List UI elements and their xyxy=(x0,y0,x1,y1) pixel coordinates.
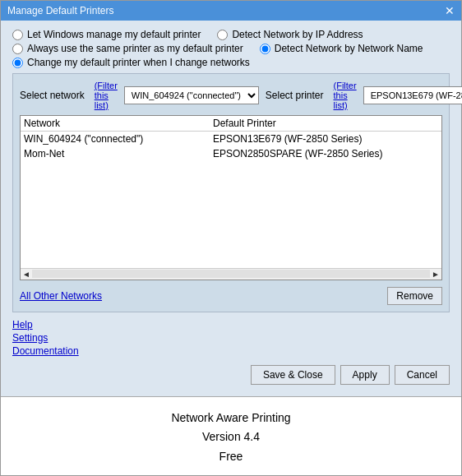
table-header: Network Default Printer xyxy=(21,116,441,132)
table-row[interactable]: WIN_604924 ("connected") EPSON13E679 (WF… xyxy=(21,132,441,146)
radio-row-3: Change my default printer when I change … xyxy=(12,57,450,68)
radio-item-1[interactable]: Let Windows manage my default printer xyxy=(12,29,201,40)
network-dropdown[interactable]: WIN_604924 ("connected") xyxy=(124,86,259,104)
title-bar: Manage Default Printers ✕ xyxy=(1,1,461,21)
radio-item-3[interactable]: Change my default printer when I change … xyxy=(12,57,250,68)
links-section: Help Settings Documentation xyxy=(12,319,450,357)
row2-printer: EPSON2850SPARE (WF-2850 Series) xyxy=(213,148,383,159)
scroll-right-icon[interactable]: ► xyxy=(432,270,440,279)
row1-network: WIN_604924 ("connected") xyxy=(24,133,213,145)
close-button[interactable]: ✕ xyxy=(445,5,455,16)
window-title: Manage Default Printers xyxy=(7,5,113,16)
cancel-button[interactable]: Cancel xyxy=(395,365,450,385)
settings-link[interactable]: Settings xyxy=(12,332,450,344)
main-window: Manage Default Printers ✕ Let Windows ma… xyxy=(0,0,462,476)
row1-printer: EPSON13E679 (WF-2850 Series) xyxy=(213,133,362,145)
action-row: Save & Close Apply Cancel xyxy=(12,365,450,385)
select-printer-label: Select printer xyxy=(266,90,324,101)
radio-item-5[interactable]: Detect Network by Network Name xyxy=(260,43,423,54)
footer: Network Aware Printing Version 4.4 Free xyxy=(1,396,461,475)
scroll-left-icon[interactable]: ◄ xyxy=(22,270,30,279)
bottom-row: All Other Networks Remove xyxy=(20,287,442,305)
apply-button[interactable]: Apply xyxy=(340,365,390,385)
radio-let-windows[interactable] xyxy=(12,30,23,40)
radio-row-1: Let Windows manage my default printer De… xyxy=(12,29,450,40)
remove-button[interactable]: Remove xyxy=(387,287,442,305)
select-network-label: Select network xyxy=(20,90,85,101)
header-network: Network xyxy=(24,118,213,129)
radio-group: Let Windows manage my default printer De… xyxy=(12,29,450,68)
row2-network: Mom-Net xyxy=(24,148,213,159)
footer-line2: Version 4.4 xyxy=(1,427,461,447)
dropdowns-row: Select network (Filter this list) WIN_60… xyxy=(20,81,442,110)
radio-change-network[interactable] xyxy=(12,58,23,68)
network-printer-section: Select network (Filter this list) WIN_60… xyxy=(12,73,450,312)
scroll-track[interactable] xyxy=(32,270,430,278)
table-body: WIN_604924 ("connected") EPSON13E679 (WF… xyxy=(21,132,441,268)
radio-detect-name[interactable] xyxy=(260,44,270,54)
radio-row-2: Always use the same printer as my defaul… xyxy=(12,43,450,54)
all-other-networks-link[interactable]: All Other Networks xyxy=(20,290,102,302)
footer-line3: Free xyxy=(1,447,461,467)
documentation-link[interactable]: Documentation xyxy=(12,345,450,357)
radio-item-2[interactable]: Always use the same printer as my defaul… xyxy=(12,43,243,54)
filter-network-link[interactable]: (Filter this list) xyxy=(95,81,118,110)
filter-printer-link[interactable]: (Filter this list) xyxy=(334,81,357,110)
footer-line1: Network Aware Printing xyxy=(1,409,461,428)
save-close-button[interactable]: Save & Close xyxy=(251,365,335,385)
header-printer: Default Printer xyxy=(213,118,276,129)
printer-dropdown[interactable]: EPSON13E679 (WF-2850 Series) xyxy=(363,86,462,104)
printer-table: Network Default Printer WIN_604924 ("con… xyxy=(20,115,442,280)
radio-detect-ip[interactable] xyxy=(217,30,228,40)
help-link[interactable]: Help xyxy=(12,319,450,330)
radio-item-4[interactable]: Detect Network by IP Address xyxy=(217,29,363,40)
table-row[interactable]: Mom-Net EPSON2850SPARE (WF-2850 Series) xyxy=(21,146,441,161)
horizontal-scrollbar[interactable]: ◄ ► xyxy=(21,268,441,280)
content-area: Let Windows manage my default printer De… xyxy=(1,21,461,396)
radio-always-same[interactable] xyxy=(12,44,23,54)
